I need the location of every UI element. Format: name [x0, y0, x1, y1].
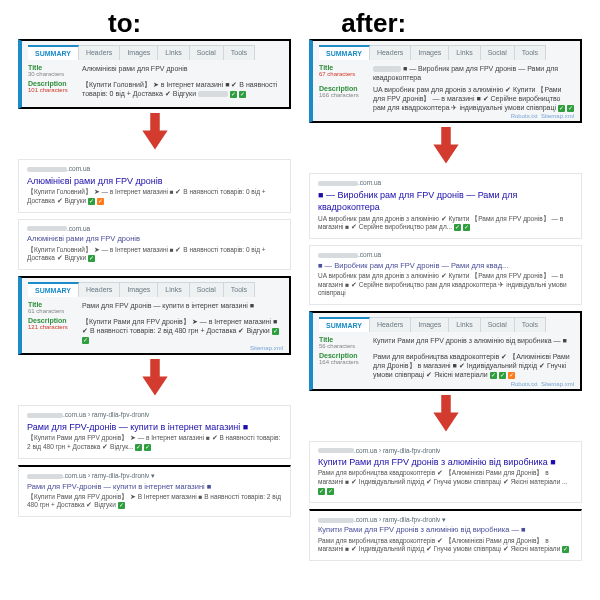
desc-label: Description [28, 80, 82, 87]
tab-links[interactable]: Links [158, 45, 189, 60]
title-label: Title [319, 64, 373, 71]
tab-headers[interactable]: Headers [370, 317, 411, 332]
serp-preview: .com.ua › ramy-dlia-fpv-droniv Рами для … [18, 405, 291, 458]
serp-preview: .com.ua › ramy-dlia-fpv-droniv ▾ Рами дл… [18, 465, 291, 517]
arrow-icon [430, 395, 462, 437]
serp-preview: .com.ua › ramy-dlia-fpv-droniv ▾ Купити … [309, 509, 582, 561]
tab-summary[interactable]: SUMMARY [28, 45, 79, 60]
desc-chars: 121 characters [28, 324, 82, 330]
tab-social[interactable]: Social [190, 282, 224, 297]
serp-title[interactable]: Алюмінієві рами для FPV дронів [27, 175, 282, 187]
tab-headers[interactable]: Headers [79, 45, 120, 60]
tab-images[interactable]: Images [411, 317, 449, 332]
seo-panel-2: SUMMARY Headers Images Links Social Tool… [18, 276, 291, 355]
arrow-icon [430, 127, 462, 169]
tab-summary[interactable]: SUMMARY [319, 45, 370, 60]
title-chars: 56 characters [319, 343, 373, 349]
tab-images[interactable]: Images [120, 45, 158, 60]
serp-title[interactable]: Рами для FPV-дронів — купити в інтернет … [27, 482, 282, 492]
serp-preview: .com.ua ■ — Виробник рам для FPV дронів … [309, 245, 582, 305]
desc-label: Description [319, 352, 373, 359]
desc-value: UA виробник рам для дронів з алюмінію ✔ … [373, 85, 574, 112]
serp-title[interactable]: ■ — Виробник рам для FPV дронів — Рами д… [318, 261, 573, 271]
title-value: ■ — Виробник рам для FPV дронів — Рами д… [373, 64, 574, 82]
title-chars: 67 characters [319, 71, 373, 77]
tab-images[interactable]: Images [120, 282, 158, 297]
tab-social[interactable]: Social [190, 45, 224, 60]
column-after: SUMMARY Headers Images Links Social Tool… [309, 39, 582, 561]
tab-headers[interactable]: Headers [79, 282, 120, 297]
serp-preview: .com.ua Алюмінієві рами для FPV дронів 【… [18, 159, 291, 212]
tabs: SUMMARY Headers Images Links Social Tool… [28, 45, 283, 60]
title-value: Рами для FPV дронів — купити в інтернет … [82, 301, 283, 314]
serp-title[interactable]: Купити Рами для FPV дронів з алюмінію ві… [318, 525, 573, 535]
seo-panel-2: SUMMARY Headers Images Links Social Tool… [309, 311, 582, 390]
desc-value: 【Купити Рами для FPV дронів】 ➤ — в Інтер… [82, 317, 283, 344]
seo-panel-1: SUMMARY Headers Images Links Social Tool… [309, 39, 582, 123]
serp-preview: .com.ua Алюмінієві рами для FPV дронів 【… [18, 219, 291, 270]
desc-label: Description [319, 85, 373, 92]
tab-links[interactable]: Links [449, 45, 480, 60]
tab-tools[interactable]: Tools [224, 45, 255, 60]
desc-chars: 164 characters [319, 359, 373, 365]
serp-title[interactable]: Алюмінієві рами для FPV дронів [27, 234, 282, 244]
desc-chars: 101 characters [28, 87, 82, 93]
heading-after: after: [341, 8, 406, 39]
serp-preview: .com.ua › ramy-dlia-fpv-droniv Купити Ра… [309, 441, 582, 503]
column-before: SUMMARY Headers Images Links Social Tool… [18, 39, 291, 561]
tab-tools[interactable]: Tools [515, 317, 546, 332]
arrow-icon [139, 359, 171, 401]
serp-title[interactable]: Купити Рами для FPV дронів з алюмінію ві… [318, 456, 573, 468]
tab-links[interactable]: Links [158, 282, 189, 297]
tab-tools[interactable]: Tools [224, 282, 255, 297]
title-chars: 30 characters [28, 71, 82, 77]
serp-title[interactable]: Рами для FPV-дронів — купити в інтернет … [27, 421, 282, 433]
desc-value: Рами для виробництва квадрокоптерів ✔ 【А… [373, 352, 574, 379]
tab-social[interactable]: Social [481, 45, 515, 60]
title-label: Title [28, 301, 82, 308]
tab-summary[interactable]: SUMMARY [28, 282, 79, 297]
heading-to: to: [108, 8, 141, 39]
seo-panel-1: SUMMARY Headers Images Links Social Tool… [18, 39, 291, 109]
tab-headers[interactable]: Headers [370, 45, 411, 60]
title-chars: 61 characters [28, 308, 82, 314]
title-label: Title [28, 64, 82, 71]
title-label: Title [319, 336, 373, 343]
title-value: Алюмінієві рами для FPV дронів [82, 64, 283, 77]
arrow-icon [139, 113, 171, 155]
tab-links[interactable]: Links [449, 317, 480, 332]
serp-title[interactable]: ■ — Виробник рам для FPV дронів — Рами д… [318, 189, 573, 213]
title-value: Купити Рами для FPV дронів з алюмінію ві… [373, 336, 574, 349]
tab-summary[interactable]: SUMMARY [319, 317, 370, 332]
desc-label: Description [28, 317, 82, 324]
tab-social[interactable]: Social [481, 317, 515, 332]
desc-value: 【Купити Головний】 ➤ в Інтернет магазині … [82, 80, 283, 98]
desc-chars: 166 characters [319, 92, 373, 98]
tab-images[interactable]: Images [411, 45, 449, 60]
serp-preview: .com.ua ■ — Виробник рам для FPV дронів … [309, 173, 582, 239]
tab-tools[interactable]: Tools [515, 45, 546, 60]
